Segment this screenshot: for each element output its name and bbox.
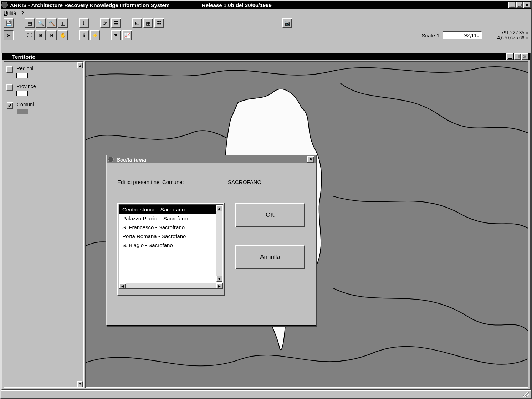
chart-icon[interactable]: 📈 — [122, 30, 132, 40]
flash-icon[interactable]: ⚡ — [90, 30, 100, 40]
label-icon[interactable]: 🏷 — [132, 18, 142, 28]
dialog-titlebar[interactable]: Scelta tema ✕ — [107, 155, 316, 163]
toolbar-2: ➤ ⛶ ⊕ ⊖ ✋ ℹ ⚡ ▼ 📈 Scale 1: 791,222.35 ↔ … — [1, 29, 531, 42]
map-canvas[interactable]: SACROFANO Scelta tema ✕ Edifici presenti… — [85, 61, 528, 388]
list-scroll-right[interactable]: ▶ — [216, 283, 222, 288]
list-item[interactable]: S. Biagio - Sacrofano — [119, 241, 222, 250]
layer-label: Comuni — [17, 102, 34, 107]
app-release: Release 1.0b del 30/06/1999 — [202, 2, 272, 8]
dialog-comune: SACROFANO — [228, 179, 261, 185]
list-scroll-left[interactable]: ◀ — [119, 283, 126, 288]
layers-panel: RegioniProvince✔Comuni ▲ ▼ — [4, 61, 84, 388]
child-restore-button[interactable]: ❐ — [514, 53, 521, 60]
layer-swatch — [17, 109, 28, 114]
statusbar — [1, 390, 531, 398]
list-item[interactable]: Centro storico - Sacrofano — [119, 205, 222, 214]
query-icon[interactable]: ▦ — [143, 18, 153, 28]
rotate-icon[interactable]: ⟳ — [100, 18, 110, 28]
layer-label: Regioni — [16, 66, 33, 71]
edifici-list-container: Centro storico - SacrofanoPalazzo Placid… — [117, 203, 225, 296]
territorio-titlebar: Territorio ▁ ❐ ✕ — [2, 53, 530, 60]
layers-icon[interactable]: ☰ — [111, 18, 121, 28]
layer-item-regioni[interactable]: Regioni — [6, 64, 82, 80]
list-scroll-down[interactable]: ▼ — [216, 276, 222, 282]
scale-input[interactable] — [443, 31, 482, 39]
layer-swatch — [16, 73, 28, 78]
report-icon[interactable]: ☷ — [154, 18, 164, 28]
menu-help[interactable]: ? — [21, 10, 24, 16]
layers-scrollbar[interactable]: ▲ ▼ — [77, 62, 83, 387]
sheet-icon[interactable]: ▤ — [25, 18, 35, 28]
tools-icon[interactable]: 🔨 — [47, 18, 57, 28]
list-scroll-up[interactable]: ▲ — [216, 205, 222, 211]
maximize-button[interactable]: ▢ — [516, 2, 523, 8]
layer-swatch — [16, 91, 28, 96]
pointer-icon[interactable]: ➤ — [4, 30, 14, 40]
toolbar-1: 💾 ▤ 🔍 🔨 ▥ ⤓ ⟳ ☰ 🏷 ▦ ☷ 📷 — [1, 17, 531, 29]
menu-utilita[interactable]: Utilità — [4, 10, 16, 16]
dialog-icon — [108, 157, 114, 162]
save-icon[interactable]: 💾 — [4, 18, 14, 28]
list-item[interactable]: Palazzo Placidi - Sacrofano — [119, 214, 222, 223]
pan-icon[interactable]: ✋ — [58, 30, 68, 40]
cancel-button[interactable]: Annulla — [235, 245, 305, 269]
territorio-title: Territorio — [12, 54, 36, 60]
resize-grip[interactable] — [523, 392, 529, 397]
import-icon[interactable]: ⤓ — [79, 18, 89, 28]
layer-label: Province — [16, 83, 36, 89]
child-close-button[interactable]: ✕ — [521, 53, 528, 60]
info-icon[interactable]: ℹ — [79, 30, 89, 40]
dropdown-icon[interactable]: ▼ — [111, 30, 121, 40]
coords-readout: 791,222.35 ↔ 4,670,675.66 ↕ — [497, 30, 528, 41]
list-item[interactable]: Porta Romana - Sacrofano — [119, 232, 222, 241]
dialog-title: Scelta tema — [117, 157, 146, 163]
territorio-icon — [4, 54, 9, 60]
territorio-window: Territorio ▁ ❐ ✕ RegioniProvince✔Comuni … — [1, 53, 531, 390]
edifici-listbox[interactable]: Centro storico - SacrofanoPalazzo Placid… — [119, 204, 223, 283]
menubar: Utilità ? — [1, 9, 531, 17]
extent-icon[interactable]: ⛶ — [25, 30, 35, 40]
list-vscrollbar[interactable]: ▲ ▼ — [216, 205, 222, 282]
zoom-in-icon[interactable]: ⊕ — [36, 30, 46, 40]
dialog-prompt: Edifici presenti nel Comune: — [117, 179, 228, 185]
layer-item-province[interactable]: Province — [6, 82, 82, 98]
list-item[interactable]: S. Francesco - Sacrofrano — [119, 223, 222, 232]
layer-checkbox[interactable]: ✔ — [7, 102, 13, 109]
layer-item-comuni[interactable]: ✔Comuni — [6, 100, 82, 116]
layers-scroll-down[interactable]: ▼ — [77, 381, 83, 387]
list-hscrollbar[interactable]: ◀ ▶ — [119, 283, 223, 289]
zoom-out-icon[interactable]: ⊖ — [47, 30, 57, 40]
scale-label: Scale 1: — [421, 32, 441, 39]
find-icon[interactable]: 🔍 — [36, 18, 46, 28]
app-icon — [1, 2, 8, 8]
dialog-close-button[interactable]: ✕ — [307, 156, 314, 163]
child-minimize-button[interactable]: ▁ — [506, 53, 513, 60]
ok-button[interactable]: OK — [235, 203, 305, 227]
main-titlebar: ARKIS - Architecture Recovery Knowledge … — [1, 1, 531, 9]
layer-checkbox[interactable] — [6, 84, 13, 91]
close-button[interactable]: ✕ — [523, 2, 531, 8]
layer-checkbox[interactable] — [6, 66, 13, 73]
app-title: ARKIS - Architecture Recovery Knowledge … — [10, 2, 170, 8]
layers-scroll-up[interactable]: ▲ — [77, 62, 83, 68]
camera-icon[interactable]: 📷 — [282, 18, 292, 28]
minimize-button[interactable]: ▁ — [508, 2, 516, 8]
scelta-tema-dialog: Scelta tema ✕ Edifici presenti nel Comun… — [106, 155, 316, 326]
list-icon[interactable]: ▥ — [58, 18, 68, 28]
